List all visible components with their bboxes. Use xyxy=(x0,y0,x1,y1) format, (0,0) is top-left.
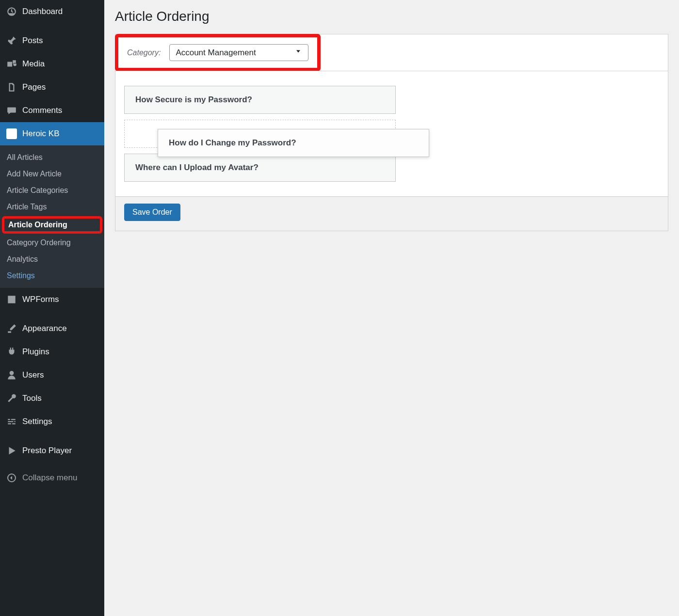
sidebar-item-posts[interactable]: Posts xyxy=(0,29,104,52)
sidebar-label: Media xyxy=(22,59,45,69)
submenu-article-ordering[interactable]: Article Ordering xyxy=(2,216,102,234)
sidebar-item-pages[interactable]: Pages xyxy=(0,76,104,99)
play-icon xyxy=(6,445,17,457)
sidebar-item-presto[interactable]: Presto Player xyxy=(0,439,104,462)
collapse-label: Collapse menu xyxy=(22,473,77,483)
sidebar-label: Dashboard xyxy=(22,7,63,16)
brush-icon xyxy=(6,323,17,334)
heroic-kb-icon xyxy=(6,128,17,140)
category-label: Category: xyxy=(127,48,161,57)
page-title: Article Ordering xyxy=(115,9,668,24)
sidebar-item-media[interactable]: Media xyxy=(0,52,104,76)
form-icon xyxy=(6,294,17,305)
media-icon xyxy=(6,58,17,70)
sidebar-label: Pages xyxy=(22,82,46,92)
pages-icon xyxy=(6,81,17,93)
sidebar-item-dashboard[interactable]: Dashboard xyxy=(0,0,104,23)
article-row[interactable]: Where can I Upload my Avatar? xyxy=(124,154,396,182)
sidebar-label: Comments xyxy=(22,106,62,115)
article-row[interactable]: How Secure is my Password? xyxy=(124,86,396,114)
submenu-all-articles[interactable]: All Articles xyxy=(0,149,104,166)
chevron-down-icon xyxy=(294,47,302,58)
submenu-settings[interactable]: Settings xyxy=(0,268,104,284)
save-order-button[interactable]: Save Order xyxy=(124,204,180,221)
sidebar-label: Users xyxy=(22,370,44,380)
sidebar-label: WPForms xyxy=(22,295,59,304)
article-list: How Secure is my Password? How do I Chan… xyxy=(115,71,668,197)
dashboard-icon xyxy=(6,6,17,17)
save-bar: Save Order xyxy=(115,197,668,231)
drop-placeholder: How do I Change my Password? xyxy=(124,120,396,148)
sidebar-label: Heroic KB xyxy=(22,129,60,139)
collapse-menu[interactable]: Collapse menu xyxy=(0,467,104,489)
sidebar-item-wpforms[interactable]: WPForms xyxy=(0,288,104,311)
sidebar-item-comments[interactable]: Comments xyxy=(0,99,104,122)
admin-sidebar: Dashboard Posts Media Pages Comments Her… xyxy=(0,0,104,616)
heroic-kb-submenu: All Articles Add New Article Article Cat… xyxy=(0,145,104,288)
category-select[interactable]: Account Management xyxy=(169,44,308,61)
sidebar-item-users[interactable]: Users xyxy=(0,363,104,387)
submenu-categories[interactable]: Article Categories xyxy=(0,182,104,199)
submenu-category-ordering[interactable]: Category Ordering xyxy=(0,235,104,251)
category-filter-box: Category: Account Management xyxy=(115,34,321,71)
submenu-tags[interactable]: Article Tags xyxy=(0,199,104,215)
sidebar-label: Presto Player xyxy=(22,446,72,456)
sidebar-item-tools[interactable]: Tools xyxy=(0,387,104,410)
sidebar-item-plugins[interactable]: Plugins xyxy=(0,340,104,363)
plug-icon xyxy=(6,346,17,358)
sliders-icon xyxy=(6,416,17,427)
collapse-icon xyxy=(6,472,17,484)
wrench-icon xyxy=(6,393,17,404)
article-row-dragging[interactable]: How do I Change my Password? xyxy=(158,129,429,157)
sidebar-label: Posts xyxy=(22,36,43,46)
comments-icon xyxy=(6,105,17,116)
submenu-analytics[interactable]: Analytics xyxy=(0,251,104,268)
sidebar-label: Tools xyxy=(22,394,42,403)
sidebar-label: Settings xyxy=(22,417,52,426)
sidebar-label: Plugins xyxy=(22,347,49,357)
pin-icon xyxy=(6,35,17,47)
sidebar-label: Appearance xyxy=(22,324,67,333)
main-content: Article Ordering Category: Account Manag… xyxy=(104,0,679,616)
sidebar-item-appearance[interactable]: Appearance xyxy=(0,317,104,340)
submenu-add-new[interactable]: Add New Article xyxy=(0,166,104,182)
users-icon xyxy=(6,369,17,381)
sidebar-item-heroic-kb[interactable]: Heroic KB xyxy=(0,122,104,145)
category-select-value: Account Management xyxy=(176,48,256,58)
sidebar-item-settings[interactable]: Settings xyxy=(0,410,104,433)
